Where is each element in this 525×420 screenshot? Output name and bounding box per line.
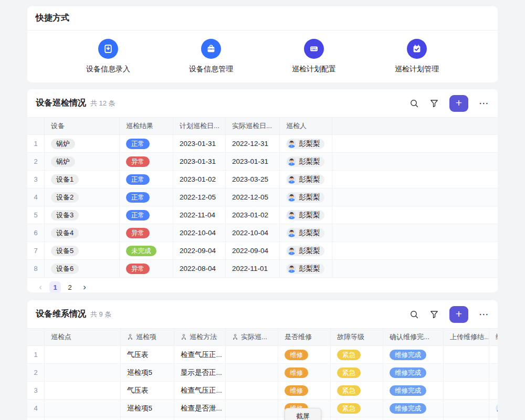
result-cell[interactable]: 正常 [120,135,173,152]
result-cell[interactable]: 正常 [120,171,173,188]
point-cell[interactable] [45,382,121,399]
more-icon[interactable]: ⋯ [479,310,489,319]
upload-cell[interactable] [444,417,489,420]
inspector-cell[interactable]: 彭梨梨 [280,171,332,188]
more-icon[interactable]: ⋯ [479,99,489,108]
device-cell[interactable]: 锅炉 [45,135,120,152]
repair-cell[interactable]: 维修 [278,346,331,363]
person-cell[interactable] [489,364,498,381]
page-prev-button[interactable]: ‹ [35,281,46,292]
fault-cell[interactable] [331,417,383,420]
actual-date-cell[interactable]: 2022-11-01 [226,260,280,277]
inspector-cell[interactable]: 彭梨梨 [280,153,332,170]
planned-date-cell[interactable]: 2023-01-02 [173,171,226,188]
upload-cell[interactable] [444,382,489,399]
device-cell[interactable]: 设备6 [45,260,120,277]
device-cell[interactable]: 设备2 [45,188,120,206]
fault-cell[interactable]: 紧急 [331,382,383,399]
search-icon[interactable] [410,310,419,319]
person-cell[interactable] [489,417,498,420]
planned-date-cell[interactable]: 2023-01-31 [173,153,226,170]
column-header[interactable]: 巡检点 [45,329,121,345]
result-cell[interactable]: 正常 [120,206,173,224]
inspector-cell[interactable]: 彭梨梨 [280,260,332,277]
item-cell[interactable]: 气压表 [121,346,174,363]
shortcut-plan-config[interactable]: 巡检计划配置 [262,39,365,74]
actual-cell[interactable] [226,400,278,417]
shortcut-device-manage[interactable]: 设备信息管理 [160,39,262,74]
column-header[interactable]: 实际巡... [226,329,278,345]
actual-date-cell[interactable]: 2022-12-31 [226,135,280,152]
page-number-button[interactable]: 2 [64,281,76,292]
result-cell[interactable]: 异常 [120,153,173,170]
planned-date-cell[interactable]: 2023-01-31 [173,135,226,152]
confirm-cell[interactable]: 维修完成 [383,346,444,363]
item-cell[interactable]: 巡检项5 [121,364,174,381]
actual-date-cell[interactable]: 2023-01-02 [226,206,280,224]
filter-icon[interactable] [429,99,439,108]
planned-date-cell[interactable]: 2022-09-04 [173,242,226,259]
item-cell[interactable]: 巡检项5 [121,400,174,417]
inspector-cell[interactable]: 彭梨梨 [280,188,332,206]
point-cell[interactable] [45,417,121,420]
result-cell[interactable]: 正常 [120,188,173,206]
point-cell[interactable] [45,346,121,363]
inspector-cell[interactable]: 彭梨梨 [280,242,332,259]
repair-cell[interactable]: 维修 [278,382,331,399]
method-cell[interactable]: 显... [174,417,226,420]
fault-cell[interactable]: 紧急 [331,346,383,363]
result-cell[interactable]: 异常 [120,224,173,242]
column-header[interactable]: 计划巡检日... [173,118,226,134]
fault-cell[interactable]: 紧急 [331,364,383,381]
column-header[interactable]: 维 [489,329,498,345]
planned-date-cell[interactable]: 2022-11-04 [173,206,226,224]
column-header[interactable]: 巡检项 [121,329,174,345]
upload-cell[interactable] [444,400,489,417]
repair-cell[interactable]: 维修 [278,364,331,381]
point-cell[interactable] [45,364,121,381]
method-cell[interactable]: 检查气压正... [174,346,226,363]
column-header[interactable]: 巡检方法 [174,329,226,345]
column-header[interactable]: 实际巡检日... [226,118,280,134]
actual-cell[interactable] [226,382,278,399]
planned-date-cell[interactable]: 2022-08-04 [173,260,226,277]
device-cell[interactable]: 设备1 [45,171,120,188]
column-header[interactable]: 巡检人 [280,118,332,134]
item-cell[interactable]: 巡检项5 [121,417,174,420]
shortcut-plan-manage[interactable]: 巡检计划管理 [365,39,468,74]
add-record-button[interactable]: + [449,306,468,323]
inspector-cell[interactable]: 彭梨梨 [280,224,332,242]
method-cell[interactable]: 显示是否正... [174,364,226,381]
actual-date-cell[interactable]: 2022-09-04 [226,242,280,259]
planned-date-cell[interactable]: 2022-10-04 [173,224,226,242]
page-number-button[interactable]: 1 [49,281,61,292]
column-header[interactable]: 确认维修完... [383,329,444,345]
column-header[interactable]: 故障等级 [331,329,383,345]
upload-cell[interactable] [444,364,489,381]
confirm-cell[interactable] [383,417,444,420]
column-header[interactable]: 上传维修结... [444,329,489,345]
fault-cell[interactable]: 紧急 [331,400,383,417]
actual-date-cell[interactable]: 2022-12-05 [226,188,280,206]
person-cell[interactable] [489,346,498,363]
result-cell[interactable]: 异常 [120,260,173,277]
search-icon[interactable] [410,99,419,108]
item-cell[interactable]: 气压表 [121,382,174,399]
person-cell[interactable] [489,400,498,417]
upload-cell[interactable] [444,346,489,363]
actual-cell[interactable] [226,417,278,420]
actual-date-cell[interactable]: 2023-03-25 [226,171,280,188]
device-cell[interactable]: 设备5 [45,242,120,259]
filter-icon[interactable] [429,310,439,319]
device-cell[interactable]: 设备3 [45,206,120,224]
planned-date-cell[interactable]: 2022-12-05 [173,188,226,206]
actual-date-cell[interactable]: 2023-01-31 [226,153,280,170]
column-header[interactable]: 是否维修 [278,329,331,345]
person-cell[interactable] [489,382,498,399]
method-cell[interactable]: 检查气压正... [174,382,226,399]
inspector-cell[interactable]: 彭梨梨 [280,206,332,224]
actual-date-cell[interactable]: 2022-10-04 [226,224,280,242]
add-record-button[interactable]: + [449,95,468,112]
column-header[interactable]: 巡检结果 [120,118,173,134]
actual-cell[interactable] [226,364,278,381]
